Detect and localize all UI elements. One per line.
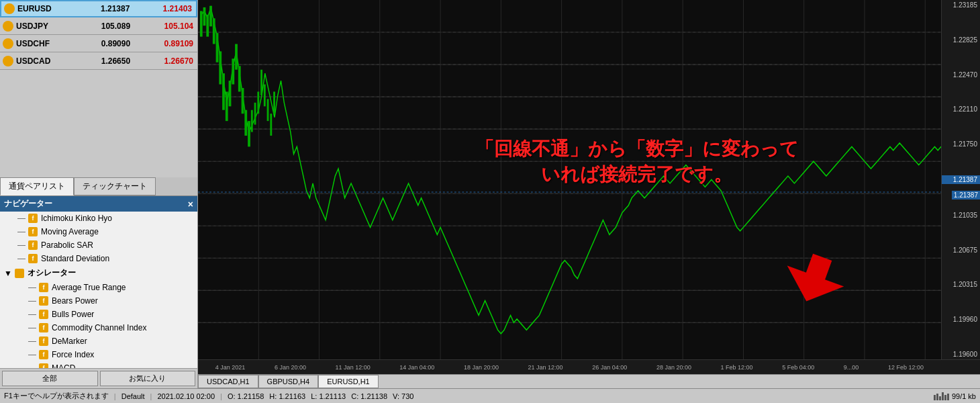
svg-rect-33 bbox=[200, 11, 203, 36]
tree-item-ichimoku[interactable]: — f Ichimoku Kinko Hyo bbox=[0, 212, 197, 225]
tree-item-label: Average True Range bbox=[52, 283, 126, 292]
price-level-9: 1.20315 bbox=[942, 281, 980, 288]
bottom-buttons: 全部 お気に入り bbox=[0, 368, 197, 388]
tree-item-ma[interactable]: — f Moving Average bbox=[0, 225, 197, 238]
price-axis: 1.23185 1.22825 1.22470 1.22110 1.21750 … bbox=[941, 0, 980, 359]
currency-icon bbox=[3, 21, 13, 32]
tree-item-cci[interactable]: — f Commodity Channel Index bbox=[0, 321, 197, 334]
time-labels-row: 4 Jan 2021 6 Jan 20:00 11 Jan 12:00 14 J… bbox=[198, 364, 941, 371]
indicator-icon: f bbox=[28, 254, 38, 263]
currency-icon bbox=[4, 3, 15, 14]
svg-rect-42 bbox=[229, 81, 232, 106]
time-label-5: 18 Jan 20:00 bbox=[464, 364, 499, 371]
tree-item-parabolic[interactable]: — f Parabolic SAR bbox=[0, 238, 197, 252]
currency-row-usdjpy[interactable]: USDJPY 105.089 105.104 bbox=[0, 17, 197, 35]
indicator-icon: f bbox=[39, 283, 48, 292]
indicator-icon: f bbox=[39, 363, 48, 368]
chart-tab-eurusd[interactable]: EURUSD,H1 bbox=[318, 375, 379, 388]
svg-rect-48 bbox=[248, 121, 250, 146]
tab-tick-chart[interactable]: ティックチャート bbox=[74, 177, 156, 195]
svg-rect-40 bbox=[222, 73, 225, 110]
chart-tab-gbpusd[interactable]: GBPUSD,H4 bbox=[258, 375, 319, 388]
svg-rect-50 bbox=[254, 103, 256, 125]
time-label-4: 14 Jan 04:00 bbox=[399, 364, 434, 371]
tree-item-label: DeMarker bbox=[52, 337, 87, 346]
tree-item-bears[interactable]: — f Bears Power bbox=[0, 294, 197, 308]
price-level-current: 1.21387 bbox=[942, 175, 980, 184]
status-separator-2: | bbox=[150, 392, 152, 400]
tree-item-label: Bulls Power bbox=[52, 310, 94, 319]
svg-rect-47 bbox=[244, 110, 247, 136]
status-low: L: 1.21113 bbox=[311, 392, 346, 400]
tree-item-label: Commodity Channel Index bbox=[52, 323, 146, 332]
currency-bid: 1.21387 bbox=[72, 3, 134, 15]
time-label-2: 6 Jan 20:00 bbox=[275, 364, 306, 371]
tree-item-label: Force Index bbox=[52, 350, 94, 359]
svg-rect-38 bbox=[216, 33, 219, 62]
currency-name: USDCHF bbox=[16, 39, 50, 48]
indicator-icon: f bbox=[39, 323, 48, 332]
annotation-overlay: 「回線不通」から「数字」に変わって いれば接続完了です。 bbox=[475, 136, 799, 187]
indicator-icon: f bbox=[28, 214, 38, 223]
currency-row-usdchf[interactable]: USDCHF 0.89090 0.89109 bbox=[0, 35, 197, 52]
tree-item-stddev[interactable]: — f Standard Deviation bbox=[0, 252, 197, 265]
chart-canvas: 1.23185 1.22825 1.22470 1.22110 1.21750 … bbox=[198, 0, 980, 359]
time-label-9: 1 Feb 12:00 bbox=[721, 364, 753, 371]
chart-tabs: USDCAD,H1 GBPUSD,H4 EURUSD,H1 bbox=[198, 374, 980, 388]
time-label-7: 26 Jan 04:00 bbox=[592, 364, 627, 371]
tree-item-macd[interactable]: — f MACD bbox=[0, 361, 197, 368]
time-label-6: 21 Jan 12:00 bbox=[528, 364, 563, 371]
tree-item-label: Parabolic SAR bbox=[41, 240, 93, 250]
arrow-svg bbox=[785, 249, 846, 303]
currency-ask: 1.21403 bbox=[134, 3, 196, 15]
navigator-close-button[interactable]: × bbox=[188, 199, 193, 210]
navigator-tree[interactable]: — f Ichimoku Kinko Hyo — f Moving Averag… bbox=[0, 212, 197, 368]
time-label-12: 12 Feb 12:00 bbox=[888, 364, 924, 371]
time-label-3: 11 Jan 12:00 bbox=[336, 364, 371, 371]
chart-tab-usdcad[interactable]: USDCAD,H1 bbox=[198, 375, 258, 388]
favorites-button[interactable]: お気に入り bbox=[100, 371, 196, 386]
currency-name: USDJPY bbox=[16, 21, 48, 31]
price-level-5: 1.21750 bbox=[942, 140, 980, 148]
tree-section-oscillator[interactable]: ▼ オシレーター bbox=[0, 265, 197, 281]
svg-rect-46 bbox=[242, 88, 244, 114]
price-level-8: 1.20675 bbox=[942, 247, 980, 254]
indicator-icon: f bbox=[39, 310, 48, 319]
annotation-line2: いれば接続完了です。 bbox=[475, 162, 799, 187]
price-level-4: 1.22110 bbox=[942, 105, 980, 113]
indicator-icon: f bbox=[28, 227, 38, 236]
status-open: O: 1.21158 bbox=[228, 392, 264, 400]
all-button[interactable]: 全部 bbox=[2, 371, 98, 386]
tree-item-label: Ichimoku Kinko Hyo bbox=[41, 214, 112, 223]
currency-row-usdcad[interactable]: USDCAD 1.26650 1.26670 bbox=[0, 52, 197, 70]
svg-rect-41 bbox=[226, 91, 228, 121]
tree-item-label: MACD bbox=[52, 363, 75, 368]
svg-rect-44 bbox=[235, 44, 238, 70]
status-bar: F1キーでヘルプが表示されます | Default | 2021.02.10 0… bbox=[0, 388, 980, 403]
currency-row-eurusd[interactable]: EURUSD 1.21387 1.21403 bbox=[0, 0, 197, 17]
chart-area: 1.23185 1.22825 1.22470 1.22110 1.21750 … bbox=[198, 0, 980, 388]
left-panel: EURUSD 1.21387 1.21403 USDJPY 105.089 10… bbox=[0, 0, 198, 388]
bars-count: 99/1 kb bbox=[952, 392, 976, 400]
currency-bid: 105.089 bbox=[71, 20, 134, 32]
folder-icon bbox=[15, 269, 24, 278]
tree-item-demarker[interactable]: — f DeMarker bbox=[0, 334, 197, 348]
status-high: H: 1.21163 bbox=[269, 392, 305, 400]
tree-item-label: Moving Average bbox=[41, 227, 99, 236]
svg-rect-45 bbox=[238, 66, 241, 91]
x-axis: 4 Jan 2021 6 Jan 20:00 11 Jan 12:00 14 J… bbox=[198, 359, 980, 374]
svg-rect-39 bbox=[219, 51, 222, 84]
annotation-line1: 「回線不通」から「数字」に変わって bbox=[475, 136, 799, 162]
currency-name: USDCAD bbox=[16, 56, 50, 66]
tab-currency-pairs[interactable]: 通貨ペアリスト bbox=[0, 177, 74, 195]
tree-item-force[interactable]: — f Force Index bbox=[0, 348, 197, 361]
expand-icon: ▼ bbox=[4, 269, 12, 278]
time-label-1: 4 Jan 2021 bbox=[215, 364, 246, 371]
svg-rect-52 bbox=[260, 70, 262, 95]
tree-item-bulls[interactable]: — f Bulls Power bbox=[0, 308, 197, 321]
red-arrow bbox=[785, 249, 846, 306]
tree-item-atr[interactable]: — f Average True Range bbox=[0, 281, 197, 294]
currency-icon bbox=[3, 56, 13, 66]
time-label-10: 5 Feb 04:00 bbox=[782, 364, 814, 371]
current-price-box: 1.21387 bbox=[952, 191, 980, 199]
